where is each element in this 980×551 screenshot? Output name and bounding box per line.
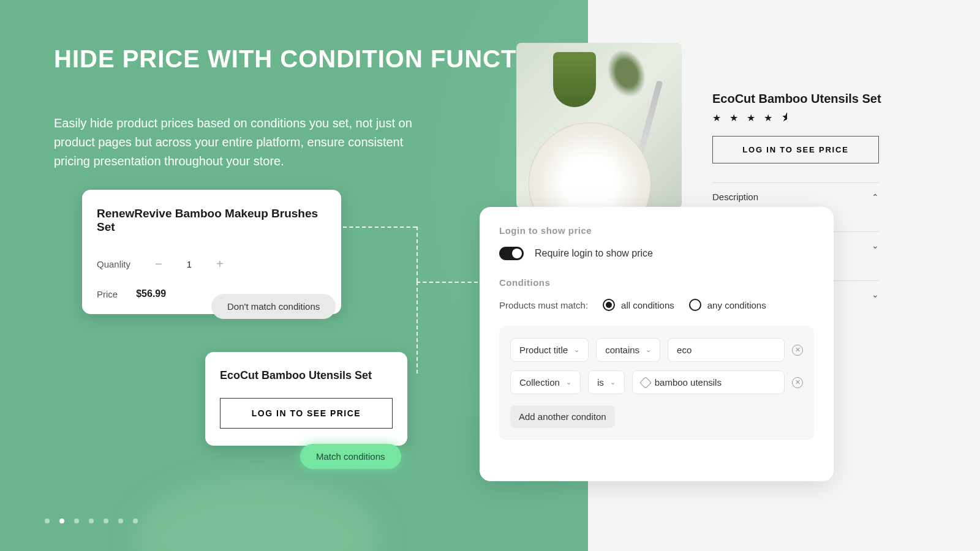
price-value: $56.99 [136, 288, 166, 299]
condition-field-select[interactable]: Collection⌄ [510, 370, 581, 394]
chevron-down-icon: ⌄ [646, 346, 651, 354]
match-badge: Match conditions [300, 444, 401, 469]
quantity-plus-button[interactable]: + [216, 257, 224, 271]
tag-icon [639, 377, 652, 389]
connector-line [417, 282, 418, 373]
condition-operator-select[interactable]: contains⌄ [596, 338, 660, 362]
carousel-dot[interactable] [89, 519, 94, 523]
accordion-label: Description [712, 192, 758, 202]
delete-condition-button[interactable]: ✕ [792, 345, 803, 356]
condition-row: Product title⌄ contains⌄ eco ✕ [510, 338, 803, 362]
no-match-badge: Don't match conditions [211, 294, 336, 319]
condition-row: Collection⌄ is⌄ bamboo utensils ✕ [510, 370, 803, 394]
carousel-dot[interactable] [45, 519, 50, 523]
price-label: Price [97, 289, 118, 299]
product-detail-title: EcoCut Bamboo Utensils Set [712, 92, 881, 106]
chevron-down-icon: ⌄ [566, 378, 571, 386]
carousel-dot[interactable] [118, 519, 123, 523]
star-icon: ★ [712, 112, 721, 124]
hero-description: Easily hide product prices based on cond… [54, 114, 434, 171]
carousel-dot[interactable] [104, 519, 108, 523]
carousel-dot-active[interactable] [59, 519, 64, 523]
quantity-label: Quanlity [97, 259, 130, 269]
login-to-see-price-button[interactable]: LOG IN TO SEE PRICE [220, 398, 393, 429]
toggle-label: Require login to show price [535, 248, 653, 259]
carousel-dots [45, 519, 138, 523]
chevron-up-icon: ⌃ [872, 192, 879, 202]
section-conditions-title: Conditions [499, 277, 814, 288]
match-label: Products must match: [499, 300, 588, 310]
conditions-config-panel: Login to show price Require login to sho… [480, 207, 834, 481]
carousel-dot[interactable] [133, 519, 138, 523]
chevron-down-icon: ⌄ [872, 290, 879, 299]
condition-value-input[interactable]: bamboo utensils [632, 370, 785, 394]
product-title: EcoCut Bamboo Utensils Set [220, 369, 393, 382]
radio-selected-icon [603, 299, 615, 311]
star-half-icon: ⯨ [781, 112, 791, 124]
star-icon: ★ [764, 112, 772, 124]
chevron-down-icon: ⌄ [872, 241, 879, 250]
require-login-toggle[interactable] [499, 247, 524, 260]
star-rating: ★ ★ ★ ★ ⯨ [712, 112, 791, 124]
section-login-title: Login to show price [499, 225, 814, 236]
delete-condition-button[interactable]: ✕ [792, 377, 803, 388]
chevron-down-icon: ⌄ [574, 346, 579, 354]
bg-blob [135, 478, 380, 551]
radio-any-conditions[interactable]: any conditions [689, 299, 766, 311]
condition-operator-select[interactable]: is⌄ [588, 370, 625, 394]
condition-value-input[interactable]: eco [668, 338, 785, 362]
chevron-down-icon: ⌄ [610, 378, 616, 386]
product-title: RenewRevive Bamboo Makeup Brushes Set [97, 207, 326, 234]
product-card-matched: EcoCut Bamboo Utensils Set LOG IN TO SEE… [205, 352, 407, 446]
add-condition-button[interactable]: Add another conditon [510, 405, 615, 428]
carousel-dot[interactable] [74, 519, 79, 523]
radio-all-conditions[interactable]: all conditions [603, 299, 674, 311]
quantity-minus-button[interactable]: − [155, 257, 162, 271]
connector-line [417, 227, 418, 282]
connector-line [417, 282, 478, 283]
conditions-list: Product title⌄ contains⌄ eco ✕ Collectio… [499, 326, 814, 440]
condition-field-select[interactable]: Product title⌄ [510, 338, 589, 362]
product-image [516, 43, 682, 208]
quantity-value: 1 [187, 259, 192, 269]
star-icon: ★ [729, 112, 738, 124]
connector-line [343, 227, 417, 228]
radio-unselected-icon [689, 299, 701, 311]
login-to-see-price-button[interactable]: LOG IN TO SEE PRICE [712, 136, 879, 163]
star-icon: ★ [747, 112, 755, 124]
